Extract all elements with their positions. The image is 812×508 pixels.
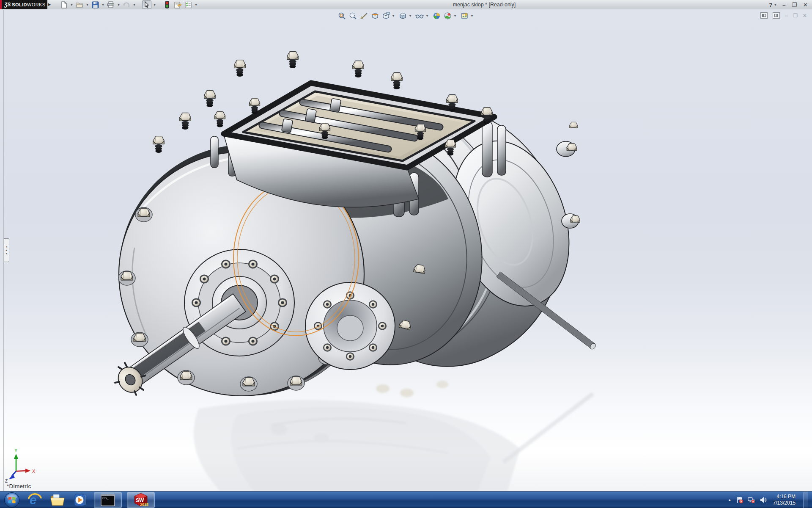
show-desktop-button[interactable] [803,491,808,508]
help-dropdown-icon[interactable]: ▾ [774,3,776,7]
options-dropdown-icon[interactable]: ▾ [194,3,198,7]
right-pane-icon [774,14,778,17]
document-minimize-button[interactable]: – [785,13,788,19]
new-dropdown-icon[interactable]: ▾ [70,3,74,7]
apply-scene-icon [444,12,452,20]
zoom-to-area-icon [349,12,357,20]
undo-button[interactable] [122,0,131,9]
system-tray: ▲ 4:16 PM [728,491,808,508]
minimize-button[interactable]: – [782,2,785,8]
start-button[interactable] [3,492,20,508]
save-floppy-icon [92,1,99,8]
rebuild-button[interactable] [162,0,172,9]
taskbar-internet-explorer[interactable]: e [26,492,43,508]
solidworks-logo-mark: ƷS [4,2,11,8]
windows-taskbar: e C:\_ SW 201 [0,491,812,508]
display-style-dropdown-icon[interactable]: ▾ [409,14,413,18]
gearbox-3d-model[interactable] [113,52,597,397]
view-orientation-button[interactable] [381,11,390,20]
new-document-icon [60,1,68,8]
appearance-ball-icon [433,12,441,20]
clock-time: 4:16 PM [773,494,796,500]
flyout-arrow-icon: ◂ [5,249,7,251]
open-button[interactable] [75,0,84,9]
open-dropdown-icon[interactable]: ▾ [85,3,89,7]
view-settings-button[interactable] [460,11,469,20]
restore-button[interactable]: ❐ [792,2,797,8]
file-properties-icon [174,1,181,8]
save-dropdown-icon[interactable]: ▾ [101,3,105,7]
edit-appearance-button[interactable] [432,11,441,20]
undo-dropdown-icon[interactable]: ▾ [132,3,136,7]
heads-up-view-toolbar: ▾ ▾ ▾ [337,11,475,20]
zoom-to-fit-icon [338,12,346,20]
view-settings-dropdown-icon[interactable]: ▾ [471,14,475,18]
solidworks-logo[interactable]: ƷS SOLIDWORKS [0,0,47,9]
traffic-light-icon [165,1,169,8]
collapse-right-pane-button[interactable] [773,12,780,19]
hide-show-dropdown-icon[interactable]: ▾ [426,14,430,18]
solidworks-2015-icon: SW 2015 [133,492,148,508]
window-title: menjac sklop * [Read-only] [414,0,554,9]
sw-icon-year: 2015 [140,502,148,507]
view-orientation-dropdown-icon[interactable]: ▾ [392,14,396,18]
view-settings-icon [461,12,469,20]
graphics-viewport[interactable]: Y X Z [0,10,812,491]
model-floor-reflection [194,381,593,491]
document-window-controls: – ❐ ✕ [760,12,807,19]
select-tool-button[interactable] [142,0,151,9]
triad-y-label: Y [14,448,18,453]
view-orientation-cube-icon [382,12,390,20]
internet-explorer-icon: e [27,493,42,507]
volume-speaker-icon[interactable] [760,496,767,504]
section-view-button[interactable] [370,11,379,20]
save-button[interactable] [91,0,100,9]
left-pane-icon [762,14,766,17]
eyeglasses-icon [415,12,424,20]
printer-icon [107,1,115,8]
zoom-to-area-button[interactable] [348,11,357,20]
taskbar-media-player[interactable] [72,492,89,508]
title-bar: ƷS SOLIDWORKS ▶ ▾ ▾ [0,0,812,9]
view-orientation-label: *Dimetric [7,483,31,489]
apply-scene-button[interactable] [443,11,452,20]
close-button[interactable]: ✕ [803,2,808,8]
apply-scene-dropdown-icon[interactable]: ▾ [454,14,458,18]
taskbar-clock[interactable]: 4:16 PM 7/13/2015 [773,494,796,506]
folder-icon [50,493,65,507]
menu-expand-arrow-icon[interactable]: ▶ [48,3,51,6]
file-properties-button[interactable] [173,0,182,9]
hide-show-items-button[interactable] [415,11,424,20]
options-button[interactable] [184,0,193,9]
cursor-arrow-icon [144,1,150,8]
taskbar-solidworks[interactable]: SW 2015 [127,492,155,508]
display-style-cube-icon [399,12,407,20]
collapse-left-pane-button[interactable] [760,12,768,19]
main-toolbar: ▾ ▾ ▾ ▾ [59,0,198,9]
flyout-arrow-icon: ◂ [5,246,7,248]
document-restore-button[interactable]: ❐ [793,13,798,19]
titlebar-window-controls: ? ▾ – ❐ ✕ [769,0,808,9]
cmd-window-text: C:\_ [102,496,109,500]
select-dropdown-icon[interactable]: ▾ [153,3,156,7]
previous-view-button[interactable] [359,11,368,20]
print-button[interactable] [106,0,115,9]
action-center-flag-icon[interactable] [736,496,743,504]
clock-date: 7/13/2015 [773,500,796,506]
options-checklist-icon [184,1,192,8]
help-button[interactable]: ? [769,2,772,8]
undo-arrow-icon [123,1,130,8]
print-dropdown-icon[interactable]: ▾ [117,3,121,7]
zoom-to-fit-button[interactable] [337,11,346,20]
network-status-icon[interactable] [748,496,755,504]
solidworks-logo-text: SOLIDWORKS [12,2,45,7]
feature-tree-flyout-tab[interactable]: ◂ ◂ ◂ [4,238,9,262]
new-document-button[interactable] [59,0,69,9]
reference-triad: Y X Z [5,448,36,483]
previous-view-icon [360,12,368,20]
tray-expand-icon[interactable]: ▲ [728,498,732,502]
taskbar-command-prompt[interactable]: C:\_ [94,492,122,508]
taskbar-windows-explorer[interactable] [49,492,66,508]
document-close-button[interactable]: ✕ [803,13,807,19]
display-style-button[interactable] [398,11,407,20]
